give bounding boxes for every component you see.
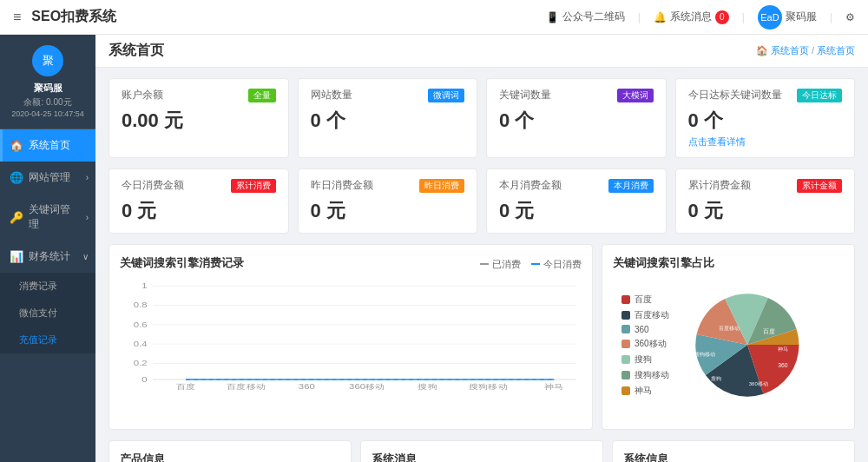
sidebar-item-site-label: 网站管理: [29, 170, 70, 185]
total-cost-label: 累计消费金额: [688, 178, 751, 193]
pie-chart-svg: 百度 百度移动 搜狗移动 搜狗 360移动 360 神马: [669, 271, 825, 419]
charts-section: 关键词搜索引擎消费记录 已消费 今日消费: [95, 239, 868, 435]
app-logo: SEO扣费系统: [31, 8, 116, 26]
sidebar-item-home[interactable]: 🏠 系统首页: [0, 129, 95, 162]
svg-text:360移动: 360移动: [349, 383, 385, 391]
pie-chart-title: 关键词搜索引擎占比: [613, 256, 714, 269]
sidebar-avatar: 聚: [32, 45, 63, 76]
legend-today-label: 今日消费: [543, 258, 582, 271]
svg-text:搜狗: 搜狗: [418, 383, 437, 391]
stats-row-1: 账户余额 全量 0.00 元 网站数量 微调词 0 个 关键词数量 大模词 0 …: [95, 68, 868, 163]
system-msg-nav-item[interactable]: 🔔 系统消息 0: [654, 10, 729, 24]
legend-360-label: 360: [635, 325, 649, 334]
yesterday-cost-value: 0 元: [311, 198, 465, 224]
stat-card-month-cost: 本月消费金额 本月消费 0 元: [486, 168, 667, 234]
svg-text:百度: 百度: [764, 328, 776, 334]
total-cost-tag: 累计金额: [797, 179, 842, 193]
chevron-icon3: ∨: [82, 252, 89, 261]
legend-baidu-mobile-label: 百度移动: [635, 309, 669, 321]
system-msg-card: 系统消息 您有0待审核的关键词 您有0待审核暂停优化的关键词 您有0待审核的次关…: [360, 440, 603, 462]
stat-card-yesterday-cost: 昨日消费金额 昨日消费 0 元: [298, 168, 478, 234]
month-cost-label: 本月消费金额: [499, 178, 562, 193]
svg-text:0.8: 0.8: [134, 301, 148, 309]
svg-text:0.6: 0.6: [134, 320, 148, 328]
site-icon: 🌐: [10, 171, 23, 184]
username-label: 聚码服: [786, 10, 817, 24]
content-area: 系统首页 🏠 系统首页 / 系统首页 账户余额 全量 0.00 元 网站数量 微…: [95, 35, 868, 462]
menu-toggle-icon[interactable]: ≡: [13, 10, 21, 25]
sidebar-item-site[interactable]: 🌐 网站管理 ›: [0, 162, 95, 194]
legend-baidu-label: 百度: [635, 294, 652, 306]
sidebar-subitem-recharge[interactable]: 充值记录: [0, 327, 95, 353]
sidebar-subitem-consume[interactable]: 消费记录: [0, 273, 95, 300]
svg-text:0: 0: [141, 375, 148, 383]
svg-text:神马: 神马: [544, 383, 564, 391]
month-cost-tag: 本月消费: [608, 179, 654, 193]
svg-text:0.2: 0.2: [134, 360, 148, 367]
balance-value: 0.00 元: [122, 108, 276, 134]
bottom-section: 产品信息 产品名称 SEO扣费系统 产品设计及研发团队 独主研发 听在用户组 普…: [95, 435, 868, 462]
legend-sogou-label: 搜狗: [635, 353, 652, 366]
sidebar-subitem-wechat-pay[interactable]: 微信支付: [0, 300, 95, 327]
sites-label: 网站数量: [311, 88, 352, 102]
chevron-icon2: ›: [86, 213, 89, 222]
sidebar-item-finance[interactable]: 📊 财务统计 ∨: [0, 241, 95, 273]
stat-card-today-cost: 今日消费金额 累计消费 0 元: [108, 168, 289, 234]
chevron-icon: ›: [86, 173, 89, 182]
line-chart-wrapper: 1 0.8 0.6 0.4 0.2 0 百度 百度移动 360 360移动 搜狗…: [120, 278, 582, 393]
consume-label: 消费记录: [19, 280, 57, 293]
settings-nav-item[interactable]: ⚙: [845, 11, 855, 23]
sites-tag: 微调词: [428, 89, 464, 102]
target-value: 0 个: [688, 108, 843, 134]
wechat-pay-label: 微信支付: [19, 307, 57, 320]
line-chart-title: 关键词搜索引擎消费记录: [120, 255, 244, 271]
legend-baidu-mobile: 百度移动: [621, 309, 669, 321]
target-link[interactable]: 点击查看详情: [688, 136, 746, 147]
product-info-card: 产品信息 产品名称 SEO扣费系统 产品设计及研发团队 独主研发 听在用户组 普…: [108, 440, 352, 462]
sidebar-date: 2020-04-25 10:47:54: [7, 109, 89, 118]
legend-sogou-mobile-label: 搜狗移动: [635, 369, 669, 381]
stat-card-total-cost: 累计消费金额 累计金额 0 元: [675, 168, 856, 234]
system-info-title: 系统信息: [623, 452, 844, 462]
svg-text:百度移动: 百度移动: [719, 325, 740, 331]
legend-360-mobile-label: 360移动: [635, 338, 667, 350]
line-chart-legend: 已消费 今日消费: [480, 258, 582, 271]
legend-360-mobile: 360移动: [621, 338, 669, 350]
legend-today: 今日消费: [531, 258, 582, 271]
stat-card-target: 今日达标关键词数量 今日达标 0 个 点击查看详情: [675, 78, 856, 158]
pie-chart-container: 百度 百度移动 360 360移动: [613, 271, 844, 419]
system-msg-badge: 0: [715, 10, 729, 24]
stats-row-2: 今日消费金额 累计消费 0 元 昨日消费金额 昨日消费 0 元 本月消费金额 本…: [95, 163, 868, 239]
system-info-card: 系统信息 SEO扣费系统系统版本 当前版：20200417: [612, 440, 855, 462]
yesterday-cost-label: 昨日消费金额: [311, 178, 373, 193]
qrcode-nav-item[interactable]: 📱 公众号二维码: [546, 10, 625, 24]
breadcrumb-home: 系统首页: [771, 45, 809, 56]
total-cost-value: 0 元: [688, 198, 843, 224]
sidebar-item-keyword[interactable]: 🔑 关键词管理 ›: [0, 194, 95, 241]
yesterday-cost-tag: 昨日消费: [419, 179, 464, 193]
svg-text:0.4: 0.4: [134, 340, 148, 347]
stat-card-sites: 网站数量 微调词 0 个: [298, 78, 478, 158]
keyword-icon: 🔑: [10, 211, 23, 224]
keywords-label: 关键词数量: [499, 88, 551, 102]
header-right: 📱 公众号二维码 | 🔔 系统消息 0 | EaD 聚码服 | ⚙: [546, 5, 855, 30]
sidebar-username: 聚码服: [7, 82, 89, 95]
sidebar-balance: 余额: 0.00元: [7, 96, 89, 109]
home-icon: 🏠: [10, 139, 23, 152]
system-msg-title: 系统消息: [372, 452, 592, 462]
svg-text:360: 360: [778, 362, 788, 368]
recharge-label: 充值记录: [19, 333, 57, 346]
pie-chart-card: 关键词搜索引擎占比 百度 百度移动 360: [602, 244, 855, 430]
svg-text:搜狗移动: 搜狗移动: [469, 383, 509, 391]
sidebar-submenu-finance: 消费记录 微信支付 充值记录: [0, 273, 95, 353]
svg-text:360移动: 360移动: [749, 381, 768, 386]
keywords-value: 0 个: [499, 108, 654, 134]
legend-baidu: 百度: [621, 294, 669, 306]
qrcode-label: 公众号二维码: [562, 10, 625, 24]
legend-sogou-mobile: 搜狗移动: [621, 369, 669, 381]
sidebar-item-home-label: 系统首页: [29, 138, 70, 153]
sidebar-user-info: 聚 聚码服 余额: 0.00元 2020-04-25 10:47:54: [0, 35, 95, 129]
page-title: 系统首页: [108, 42, 164, 60]
user-nav-item[interactable]: EaD 聚码服: [758, 5, 817, 30]
svg-text:360: 360: [299, 383, 316, 391]
